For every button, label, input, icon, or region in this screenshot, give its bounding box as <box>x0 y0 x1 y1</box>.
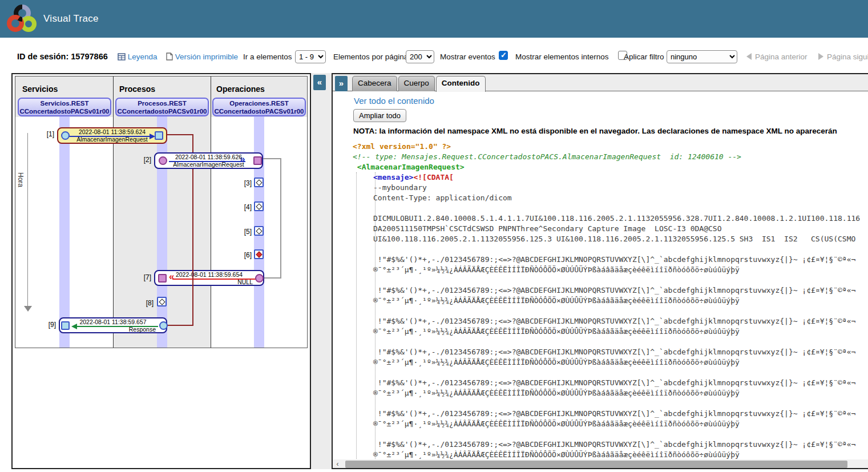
horizontal-scrollbar[interactable]: ‹ <box>333 459 868 469</box>
content-line: !"#$%&'()*+,-./0123456789:;<=>?@ABCDEFGH… <box>353 285 868 296</box>
connector-maroon <box>167 325 193 326</box>
panel-divider <box>311 73 332 469</box>
source-node-icon[interactable] <box>61 131 70 140</box>
content-line: ®¯°±²³´µ¶·¸¹º»¼½¾¿ÀÁÂÃÄÅÆÇÈÉÊËÌÍÎÏÐÑÒÓÔÕ… <box>353 388 868 398</box>
previous-page-button[interactable]: Página anterior <box>746 53 808 61</box>
goto-elements-select[interactable]: 1 - 9 <box>295 50 326 63</box>
expand-all-button[interactable]: Ampliar todo <box>353 109 406 122</box>
time-axis-line <box>27 133 28 307</box>
target-node-icon[interactable] <box>158 274 167 283</box>
event-6-flag[interactable] <box>254 249 264 259</box>
content-line: DICMULOBUI1.2.840.10008.5.1.4.1.1.7UI&10… <box>353 213 868 224</box>
event-name: AlmacenarImagenRequest <box>58 136 166 143</box>
source-node-icon[interactable] <box>255 274 264 283</box>
event-index-label: [8] <box>136 299 154 307</box>
content-line: UI&100.118.116.2005.2.1.1132055956.125.3… <box>353 234 868 244</box>
scroll-left-arrow-icon[interactable]: ‹ <box>333 459 342 469</box>
xml-content: <?xml version="1.0" ?><!-- type: Mensaje… <box>353 142 868 460</box>
event-name: NULL <box>155 279 263 286</box>
page-title: Visual Trace <box>43 13 99 25</box>
tab-cuerpo[interactable]: Cuerpo <box>398 76 435 91</box>
event-2-message-box[interactable]: » 2022-08-01 11:38:59.626 AlmacenarImage… <box>154 152 263 169</box>
event-index-label: [9] <box>39 321 56 329</box>
target-node-icon[interactable] <box>253 156 262 165</box>
event-4-flag[interactable] <box>254 201 264 211</box>
tab-cabecera[interactable]: Cabecera <box>352 76 397 91</box>
content-line <box>353 306 868 316</box>
filter-select[interactable]: ninguno <box>667 50 737 63</box>
diamond-icon <box>256 179 262 185</box>
event-timestamp: 2022-08-01 11:38:59.654 <box>155 271 263 279</box>
content-line <box>353 429 868 439</box>
content-line: ®¯°±²³´µ¶·¸¹º»¼½¾¿ÀÁÂÃÄÅÆÇÈÉÊËÌÍÎÏÐÑÒÓÔÕ… <box>353 265 868 275</box>
content-line <box>353 368 868 378</box>
content-line: ®¯°±²³´µ¶·¸¹º»¼½¾¿ÀÁÂÃÄÅÆÇÈÉÊËÌÍÎÏÐÑÒÓÔÕ… <box>353 296 868 306</box>
event-1-message-box[interactable]: 2022-08-01 11:38:59.624 AlmacenarImagenR… <box>57 127 167 144</box>
content-line <box>353 203 868 213</box>
apply-filter-label: Aplicar filtro <box>624 53 664 61</box>
content-line: ®¯°±²³´µ¶·¸¹º»¼½¾¿ÀÁÂÃÄÅÆÇÈÉÊËÌÍÎÏÐÑÒÓÔÕ… <box>353 357 868 368</box>
next-page-icon <box>818 53 823 60</box>
event-9-message-box[interactable]: 2022-08-01 11:38:59.657 Response <box>59 317 167 333</box>
connector-gray <box>280 158 281 279</box>
event-index-label: [5] <box>235 228 252 236</box>
source-node-icon[interactable] <box>159 156 167 165</box>
sequence-diagram-panel: Servicios Procesos Operaciones Servicios… <box>11 73 311 469</box>
time-axis-arrow-icon <box>24 306 32 312</box>
printable-control[interactable]: Versión imprimible <box>166 53 238 61</box>
target-node-icon[interactable] <box>155 131 163 140</box>
legend-control[interactable]: Leyenda <box>118 53 158 61</box>
diamond-icon <box>159 298 165 305</box>
source-node-icon[interactable] <box>159 321 168 330</box>
event-index-label: [7] <box>134 273 151 281</box>
sequence-diagram: Servicios Procesos Operaciones Servicios… <box>15 76 308 348</box>
next-page-button[interactable]: Página siguiente <box>818 53 868 61</box>
event-5-flag[interactable] <box>254 226 264 236</box>
event-timestamp: 2022-08-01 11:38:59.657 <box>60 318 166 326</box>
content-line <box>353 275 868 285</box>
content-line: ®¯°±²³´µ¶·¸¹º»¼½¾¿ÀÁÂÃÄÅÆÇÈÉÊËÌÍÎÏÐÑÒÓÔÕ… <box>353 326 868 337</box>
expand-panel-button[interactable]: » <box>335 76 348 91</box>
node-servicios-rest[interactable]: Servicios.RESTCConcertadostoPACSv01r00 <box>18 98 111 116</box>
column-title-procesos: Procesos <box>119 84 155 94</box>
content-line <box>353 337 868 347</box>
event-timestamp: 2022-08-01 11:38:59.626 <box>155 154 262 161</box>
event-8-flag[interactable] <box>157 297 167 306</box>
connector-maroon <box>167 134 193 135</box>
target-node-icon[interactable] <box>61 321 70 330</box>
previous-page-icon <box>746 53 752 60</box>
event-index-label: [6] <box>235 251 252 259</box>
scrollbar-thumb[interactable] <box>345 461 847 468</box>
collapse-diagram-button[interactable]: « <box>313 75 326 90</box>
content-line: !"#$%&'()*+,-./0123456789:;<=>?@ABCDEFGH… <box>353 316 868 326</box>
column-title-servicios: Servicios <box>22 84 58 94</box>
legend-link[interactable]: Leyenda <box>128 53 158 61</box>
content-line: <mensaje><![CDATA[ <box>353 172 868 183</box>
app-header: Visual Trace <box>0 0 868 38</box>
content-line: !"#$%&'()*+,-./0123456789:;<=>?@ABCDEFGH… <box>353 409 868 419</box>
detail-panel: » Cabecera Cuerpo Contenido Ver todo el … <box>332 73 868 469</box>
detail-tabs: Cabecera Cuerpo Contenido <box>352 76 487 92</box>
node-procesos-rest[interactable]: Procesos.RESTCConcertadostoPACSv01r00 <box>115 98 209 116</box>
event-index-label: [1] <box>37 130 54 138</box>
lifeline-procesos <box>157 116 167 348</box>
content-line: !"#$%&'()*+,-./0123456789:;<=>?@ABCDEFGH… <box>353 255 868 265</box>
time-axis-label: Hora <box>17 172 25 187</box>
printable-page-icon <box>166 53 173 60</box>
namespace-note: NOTA: la información del namespace XML n… <box>353 127 837 135</box>
event-7-message-box[interactable]: « 2022-08-01 11:38:59.654 NULL <box>154 270 264 286</box>
per-page-label: Elementos por página <box>333 53 408 61</box>
tab-contenido[interactable]: Contenido <box>436 76 486 92</box>
content-line <box>353 398 868 409</box>
goto-elements-label: Ir a elementos <box>243 53 292 61</box>
printable-link[interactable]: Versión imprimible <box>175 53 238 61</box>
session-id-label: ID de sesión: 15797866 <box>17 52 108 61</box>
node-operaciones-rest[interactable]: Operaciones.RESTCConcertadostoPACSv01r00 <box>212 98 306 116</box>
show-events-checkbox[interactable] <box>499 51 508 60</box>
event-3-flag[interactable] <box>254 177 264 187</box>
content-line: <!-- type: Mensajes.Request.CConcertados… <box>353 152 868 162</box>
event-index-label: [2] <box>134 156 151 164</box>
view-all-content-link[interactable]: Ver todo el contenido <box>354 96 434 106</box>
per-page-select[interactable]: 200 <box>406 50 434 63</box>
diamond-icon <box>256 203 262 209</box>
